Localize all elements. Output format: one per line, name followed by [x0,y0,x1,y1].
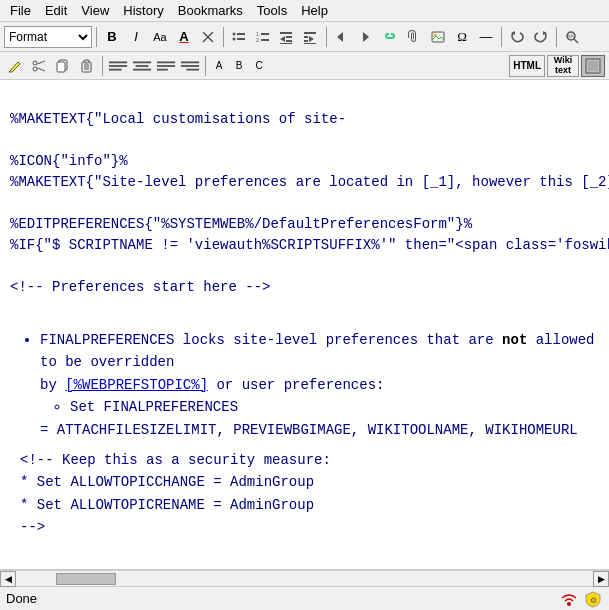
separator-5 [556,27,557,47]
clear-format-button[interactable] [197,26,219,48]
scroll-track[interactable] [16,571,593,586]
svg-marker-20 [337,32,343,42]
bold-button[interactable]: B [101,26,123,48]
separator-3 [326,27,327,47]
webprefstopic-link[interactable]: [%WEBPREFSTOPIC%] [65,377,208,393]
shield-icon: ⚙ [583,589,603,609]
svg-point-31 [33,61,37,65]
leftarrow-button[interactable] [331,26,353,48]
rightarrow-button[interactable] [355,26,377,48]
svg-marker-29 [9,62,20,72]
format-a-button[interactable]: A [210,55,228,77]
editor-area[interactable]: %MAKETEXT{"Local customisations of site-… [0,80,609,570]
menu-file[interactable]: File [4,1,37,20]
svg-rect-22 [432,32,444,42]
svg-marker-11 [280,36,285,42]
separator-7 [205,56,206,76]
svg-rect-12 [286,36,292,38]
scroll-thumb[interactable] [56,573,116,585]
wysiwyg-mode-button[interactable] [581,55,605,77]
svg-rect-46 [136,65,149,67]
svg-rect-7 [261,33,269,35]
bullet-list: FINALPREFERENCES locks site-level prefer… [40,329,599,441]
find-button[interactable]: AA [561,26,583,48]
svg-rect-42 [109,61,127,63]
font-size-button[interactable]: Aa [149,26,171,48]
svg-rect-48 [157,61,175,63]
horizontal-scrollbar: ◀ ▶ [0,570,609,586]
menu-history[interactable]: History [117,1,169,20]
svg-marker-16 [309,36,314,42]
dash-button[interactable]: — [475,26,497,48]
menu-tools[interactable]: Tools [251,1,293,20]
special-char-button[interactable]: Ω [451,26,473,48]
line-6: %EDITPREFERENCES{"%SYSTEMWEB%/DefaultPre… [10,216,609,253]
numbers-button[interactable]: 1.2. [252,26,274,48]
link-button[interactable] [379,26,401,48]
bullet-text: FINALPREFERENCES locks site-level prefer… [40,332,595,370]
comment-end-line: --> [20,516,599,538]
svg-text:2.: 2. [256,37,260,43]
network-icon [559,589,579,609]
undo-button[interactable] [506,26,528,48]
bullets-button[interactable] [228,26,250,48]
menu-help[interactable]: Help [295,1,334,20]
svg-rect-38 [84,60,89,63]
line-9: <!-- Preferences start here --> [10,279,270,295]
bullet-section: FINALPREFERENCES locks site-level prefer… [0,327,609,545]
scroll-left-button[interactable]: ◀ [0,571,16,587]
by-text: by [%WEBPREFSTOPIC%] or user preferences… [40,377,384,393]
bullet-item-1: FINALPREFERENCES locks site-level prefer… [40,329,599,441]
separator-1 [96,27,97,47]
editor-content: %MAKETEXT{"Local customisations of site-… [0,80,609,327]
svg-marker-21 [363,32,369,42]
keep-comment: <!-- Keep this as a security measure: * … [20,445,599,543]
attach-button[interactable] [403,26,425,48]
svg-rect-45 [133,61,151,63]
separator-4 [501,27,502,47]
menu-view[interactable]: View [75,1,115,20]
sub-list: Set FINALPREFERENCES [70,396,599,418]
scissors-button[interactable] [28,55,50,77]
para3-button[interactable] [155,55,177,77]
para1-button[interactable] [107,55,129,77]
scroll-right-button[interactable]: ▶ [593,571,609,587]
allow-rename-line: * Set ALLOWTOPICRENAME = AdminGroup [20,494,599,516]
format-b-button[interactable]: B [230,55,248,77]
menu-bookmarks[interactable]: Bookmarks [172,1,249,20]
pencil-button[interactable] [4,55,26,77]
svg-line-27 [574,39,578,43]
svg-rect-18 [304,40,308,42]
para2-button[interactable] [131,55,153,77]
keep-line: <!-- Keep this as a security measure: [20,449,599,471]
svg-rect-15 [304,32,316,34]
copy-button[interactable] [52,55,74,77]
toolbar-row1: Format B I Aa A 1.2. Ω — AA [0,22,609,52]
image-button[interactable] [427,26,449,48]
svg-rect-9 [261,39,269,41]
svg-rect-10 [280,32,292,34]
outdent-button[interactable] [276,26,298,48]
svg-rect-13 [286,40,292,42]
html-mode-button[interactable]: HTML [509,55,545,77]
format-c-button[interactable]: C [250,55,268,77]
sub-item-1: Set FINALPREFERENCES [70,396,599,418]
svg-point-4 [233,37,236,40]
separator-6 [102,56,103,76]
format-select[interactable]: Format [4,26,92,48]
svg-line-33 [37,61,45,64]
svg-text:AA: AA [567,33,574,39]
menu-edit[interactable]: Edit [39,1,73,20]
svg-rect-55 [588,61,598,71]
para4-button[interactable] [179,55,201,77]
svg-rect-52 [181,65,199,67]
italic-button[interactable]: I [125,26,147,48]
redo-button[interactable] [530,26,552,48]
indent-button[interactable] [300,26,322,48]
menu-bar: File Edit View History Bookmarks Tools H… [0,0,609,22]
font-color-button[interactable]: A [173,26,195,48]
svg-rect-17 [304,36,308,38]
paste-button[interactable] [76,55,98,77]
wikitext-mode-button[interactable]: Wikitext [547,55,579,77]
svg-rect-3 [237,33,245,35]
